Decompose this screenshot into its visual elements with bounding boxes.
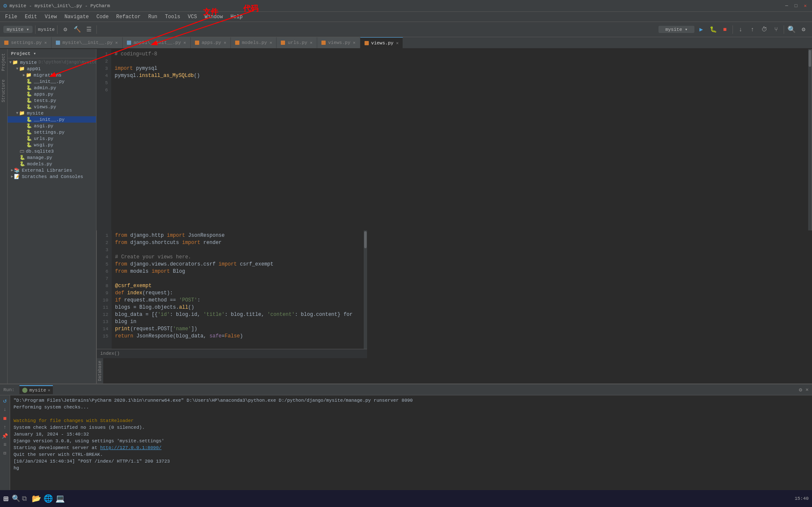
tree-app01[interactable]: ▼ 📁 app01: [8, 66, 96, 72]
tree-manage[interactable]: 🐍 manage.py: [8, 154, 96, 161]
tab-views-1[interactable]: views.py ✕: [317, 37, 360, 48]
tree-scratches[interactable]: ▶ 📝 Scratches and Consoles: [8, 173, 96, 180]
menu-tools[interactable]: Tools: [162, 13, 184, 21]
label-project[interactable]: Project: [0, 52, 7, 73]
tree-migrations[interactable]: ▶ 📁 migrations: [8, 72, 96, 78]
close-button[interactable]: ✕: [802, 3, 809, 9]
system-tray: 15:40: [795, 496, 809, 501]
start-button[interactable]: ⊞: [3, 493, 8, 504]
tree-db-sqlite[interactable]: 🗃 db.sqlite3: [8, 148, 96, 154]
menu-window[interactable]: Window: [201, 13, 226, 21]
tab-close-apps[interactable]: ✕: [224, 40, 226, 45]
build-button[interactable]: 🔨: [72, 25, 82, 35]
rcode-5: from django.views.decorators.csrf import…: [115, 261, 360, 268]
code-line-6: [115, 87, 805, 94]
menu-file[interactable]: File: [2, 13, 21, 21]
tab-close-settings[interactable]: ✕: [44, 40, 47, 45]
tab-close-views-1[interactable]: ✕: [353, 40, 356, 45]
tab-icon-models: [235, 41, 239, 45]
database-label[interactable]: Database: [97, 359, 103, 383]
tab-urls[interactable]: urls.py ✕: [277, 37, 317, 48]
menu-refactor[interactable]: Refactor: [113, 13, 144, 21]
settings-button[interactable]: ⚙: [60, 25, 70, 35]
right-editor-code[interactable]: from django.http import JsonResponse fro…: [112, 230, 364, 349]
menu-help[interactable]: Help: [227, 13, 246, 21]
tree-mysite-init[interactable]: 🐍 __init__.py: [8, 116, 96, 123]
tree-admin[interactable]: 🐍 admin.py: [8, 85, 96, 91]
tab-views-active[interactable]: views.py ✕: [360, 37, 403, 48]
run-content[interactable]: "D:\Program Files\JetBrains\PyCharm 2020…: [10, 395, 812, 498]
menu-code[interactable]: Code: [93, 13, 112, 21]
debug-button[interactable]: 🐛: [708, 25, 718, 35]
menu-edit[interactable]: Edit: [22, 13, 41, 21]
tree-models[interactable]: 🐍 models.py: [8, 161, 96, 167]
git-push-button[interactable]: ↑: [747, 25, 757, 35]
run-close-btn[interactable]: ✕: [806, 386, 809, 393]
taskbar-apps: 📂 🌐 💻: [32, 494, 65, 503]
menu-view[interactable]: View: [41, 13, 60, 21]
server-url-link[interactable]: http://127.0.0.1:8090/: [100, 445, 162, 450]
rcode-9: def index(request):: [115, 290, 360, 297]
run-scroll-end-btn[interactable]: ↓: [3, 407, 6, 413]
tree-settings[interactable]: 🐍 settings.py: [8, 129, 96, 135]
tree-wsgi[interactable]: 🐍 wsgi.py: [8, 142, 96, 148]
taskbar-app1[interactable]: 📂: [32, 494, 41, 503]
taskbar-app2[interactable]: 🌐: [44, 494, 53, 503]
run-out-8: [18/Jan/2024 15:40:34] "POST /index/ HTT…: [14, 458, 809, 465]
tab-close-views-active[interactable]: ✕: [396, 41, 398, 46]
toolbar-project-dropdown[interactable]: mysite ▾: [3, 26, 33, 33]
toolbar-run-config[interactable]: mysite ▾: [658, 26, 694, 33]
vcs-button[interactable]: ⑂: [771, 25, 781, 35]
menu-vcs[interactable]: VCS: [184, 13, 200, 21]
tab-settings[interactable]: settings.py ✕: [0, 37, 52, 48]
tab-mysite-init[interactable]: mysite\__init__.py ✕: [52, 37, 123, 48]
stop-button[interactable]: ■: [720, 25, 730, 35]
tree-tests[interactable]: 🐍 tests.py: [8, 97, 96, 104]
tab-app01-init[interactable]: app01\__init__.py ✕: [123, 37, 191, 48]
tree-mysite-root[interactable]: ▼ 📁 mysite D:\python\django\mysite: [8, 59, 96, 66]
tree-apps[interactable]: 🐍 apps.py: [8, 91, 96, 97]
search-taskbar[interactable]: 🔍: [12, 494, 20, 503]
tab-apps[interactable]: apps.py ✕: [191, 37, 231, 48]
tree-asgi[interactable]: 🐍 asgi.py: [8, 123, 96, 129]
rcode-11: blogs = Blog.objects.all(): [115, 304, 360, 311]
tree-mysite-sub[interactable]: ▼ 📁 mysite: [8, 110, 96, 116]
menu-run[interactable]: Run: [145, 13, 161, 21]
left-editor-scrollbar[interactable]: [808, 49, 812, 230]
tab-close-app01-init[interactable]: ✕: [184, 40, 186, 45]
tree-urls[interactable]: 🐍 urls.py: [8, 135, 96, 142]
run-tab-mysite[interactable]: ⬤ mysite ✕: [19, 385, 53, 394]
tab-close-mysite-init[interactable]: ✕: [115, 40, 118, 45]
menu-navigate[interactable]: Navigate: [61, 13, 92, 21]
tree-app01-init[interactable]: 🐍 __init__.py: [8, 78, 96, 85]
label-structure[interactable]: Structure: [0, 78, 7, 104]
run-tab-close[interactable]: ✕: [48, 388, 50, 393]
run-restart-btn[interactable]: ↺: [3, 397, 6, 404]
tab-close-urls[interactable]: ✕: [310, 40, 313, 45]
tab-close-models[interactable]: ✕: [269, 40, 272, 45]
git-button[interactable]: ↓: [735, 25, 746, 35]
tree-app01-views[interactable]: 🐍 views.py: [8, 104, 96, 110]
run-settings-btn[interactable]: ⚙: [799, 386, 802, 393]
tab-icon-urls: [281, 41, 285, 45]
run-out-5: Django version 3.0.8, using settings 'my…: [14, 438, 809, 444]
taskbar-app3[interactable]: 💻: [55, 494, 65, 503]
layout-button[interactable]: ☰: [84, 25, 94, 35]
git-history-button[interactable]: ⏱: [759, 25, 769, 35]
run-stop-btn[interactable]: ■: [3, 415, 6, 422]
run-scroll-up-btn[interactable]: ↑: [3, 425, 6, 430]
run-pin-btn[interactable]: 📌: [2, 433, 8, 439]
tree-external-libs[interactable]: ▶ 📚 External Libraries: [8, 167, 96, 173]
right-editor-scrollbar[interactable]: [364, 230, 367, 349]
run-button[interactable]: ▶: [696, 25, 706, 35]
run-filter-btn[interactable]: ≡: [3, 442, 6, 448]
settings-gear-button[interactable]: ⚙: [798, 25, 809, 35]
tab-models[interactable]: models.py ✕: [231, 37, 277, 48]
left-editor: 123456 # coding=utf-8 import pymysql pym…: [96, 49, 812, 230]
maximize-button[interactable]: □: [793, 3, 799, 9]
left-editor-code[interactable]: # coding=utf-8 import pymysql pymysql.in…: [111, 49, 808, 230]
run-fold-btn[interactable]: ⊟: [3, 450, 6, 456]
minimize-button[interactable]: ─: [783, 3, 790, 9]
search-everywhere-button[interactable]: 🔍: [787, 25, 797, 35]
taskview-btn[interactable]: ⧉: [22, 495, 27, 503]
